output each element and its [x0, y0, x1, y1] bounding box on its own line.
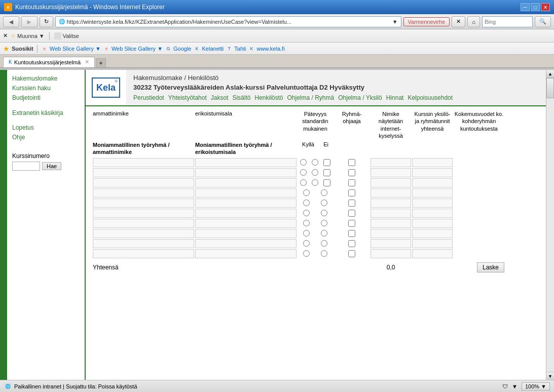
webslice2-dropdown[interactable]: ▼: [157, 46, 163, 52]
tab-kuntoutus[interactable]: K Kuntoutuskurssijärjestelmä ✕: [3, 57, 95, 67]
back-button[interactable]: ◄: [3, 16, 19, 27]
minimize-button[interactable]: ─: [521, 3, 530, 11]
tab-label: Kuntoutuskurssijärjestelmä: [14, 59, 81, 65]
fav-item-google[interactable]: G Google: [165, 45, 191, 52]
nav-bar: ◄ ► ↻ 🌐 https://wintersyste.kela.fi/kz/K…: [0, 14, 554, 29]
webslice1-icon: e: [41, 45, 48, 52]
fav-item-webslice1[interactable]: e Web Slice Gallery ▼: [41, 45, 101, 52]
maximize-button[interactable]: □: [531, 3, 540, 11]
search-button[interactable]: 🔍: [535, 16, 551, 27]
refresh-button[interactable]: ↻: [40, 16, 53, 27]
forward-button[interactable]: ►: [21, 16, 38, 27]
favorites-star-icon: ★: [3, 45, 10, 53]
address-text: https://wintersyste.kela.fi/kz/KZExtrane…: [67, 19, 291, 25]
tab-icon: K: [9, 59, 12, 65]
tab-bar: K Kuntoutuskurssijärjestelmä ✕ +: [0, 55, 554, 68]
close-tab-icon: ✕: [3, 32, 8, 39]
window-title: Kuntoutuskurssijärjestelmä - Windows Int…: [15, 4, 165, 11]
close-button[interactable]: ✕: [541, 3, 550, 11]
fav-item-kelanetti[interactable]: K Kelanetti: [194, 45, 224, 52]
muunna-label: Muunna: [17, 33, 38, 39]
favorites-bar: ★ Suosikit e Web Slice Gallery ▼ e Web S…: [0, 43, 554, 55]
google-icon: G: [165, 45, 172, 52]
address-dropdown-icon[interactable]: ▼: [392, 19, 398, 25]
app-icon: e: [4, 3, 12, 11]
fav-item-webslice2[interactable]: e Web Slice Gallery ▼: [103, 45, 163, 52]
muunna-tool[interactable]: ☆ Muunna ▼: [11, 32, 45, 39]
title-bar: e Kuntoutuskurssijärjestelmä - Windows I…: [0, 0, 554, 14]
webslice1-dropdown[interactable]: ▼: [95, 46, 101, 52]
tahti-icon: T: [226, 45, 233, 52]
fav-separator: [37, 45, 38, 53]
new-tab-button[interactable]: +: [96, 58, 106, 67]
toolbar-bar: ✕ ☆ Muunna ▼ Valitse: [0, 29, 554, 43]
tab-close-icon[interactable]: ✕: [85, 59, 89, 65]
kelafi-icon: K: [248, 45, 255, 52]
lock-icon: 🌐: [59, 19, 65, 24]
nav-extra2[interactable]: ⌂: [467, 16, 480, 27]
valitse-label: Valitse: [63, 33, 79, 39]
fav-item-tahti[interactable]: T Tahti: [226, 45, 246, 52]
toolbar-separator: [49, 32, 50, 40]
webslice2-icon: e: [103, 45, 110, 52]
varmennevirhe-button[interactable]: Varmennevirhe: [403, 17, 450, 26]
kelanetti-icon: K: [194, 45, 201, 52]
search-input[interactable]: [482, 16, 533, 27]
fav-item-kelafi[interactable]: K www.kela.fi: [248, 45, 285, 52]
address-bar: 🌐 https://wintersyste.kela.fi/kz/KZExtra…: [55, 16, 401, 27]
muunna-dropdown-icon[interactable]: ▼: [39, 33, 45, 39]
valitse-tool[interactable]: Valitse: [54, 32, 79, 40]
nav-extra1[interactable]: ✕: [452, 16, 465, 27]
suosikit-label[interactable]: Suosikit: [12, 46, 33, 52]
